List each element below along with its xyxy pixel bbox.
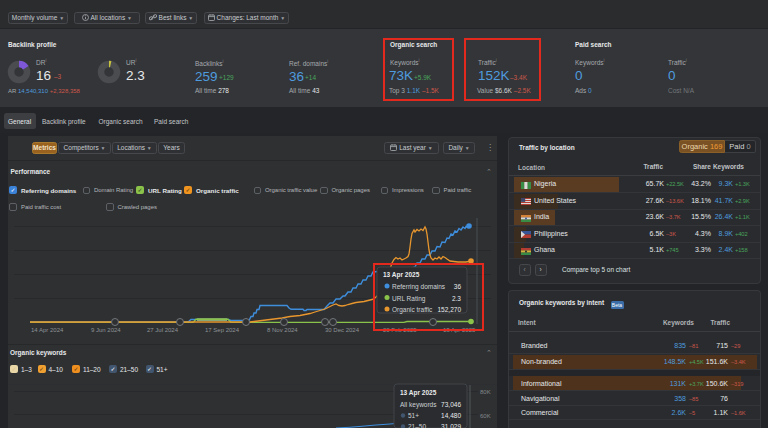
- svg-text:30 Dec 2024: 30 Dec 2024: [325, 327, 360, 333]
- svg-text:8 Nov 2024: 8 Nov 2024: [267, 327, 298, 333]
- svg-text:21–50: 21–50: [408, 423, 426, 428]
- svg-text:17 Sep 2024: 17 Sep 2024: [205, 327, 240, 333]
- svg-text:31,029: 31,029: [441, 423, 461, 428]
- svg-text:14,480: 14,480: [441, 412, 461, 419]
- svg-text:80K: 80K: [480, 389, 491, 395]
- svg-text:9 Jun 2024: 9 Jun 2024: [91, 327, 121, 333]
- svg-text:All keywords: All keywords: [400, 401, 437, 409]
- svg-text:73,046: 73,046: [441, 401, 461, 408]
- svg-text:60K: 60K: [480, 413, 491, 419]
- svg-text:14 Apr 2024: 14 Apr 2024: [31, 327, 64, 333]
- svg-text:51+: 51+: [408, 412, 419, 419]
- svg-text:13 Apr 2025: 13 Apr 2025: [400, 389, 437, 397]
- svg-text:27 Jul 2024: 27 Jul 2024: [147, 327, 179, 333]
